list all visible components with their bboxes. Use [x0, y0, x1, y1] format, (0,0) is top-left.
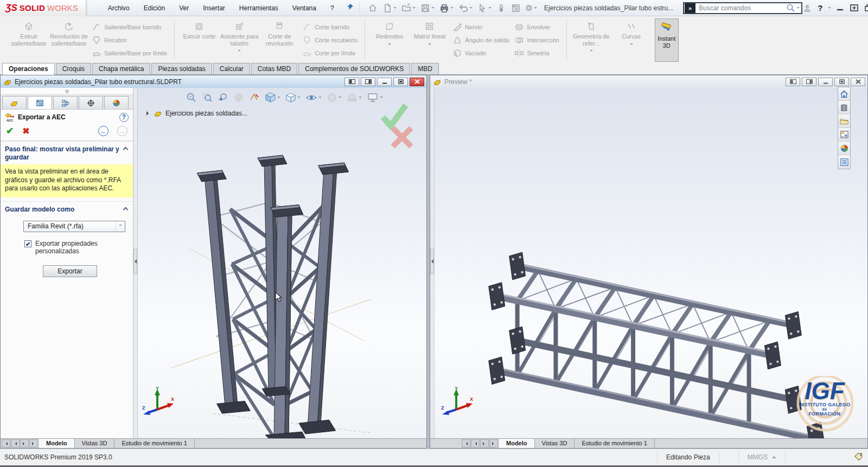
- interseccion-button[interactable]: Intersección: [513, 35, 560, 46]
- feature-tree-flyout[interactable]: Ejercicios piezas soldadas...: [146, 110, 247, 117]
- options-list-icon[interactable]: [509, 2, 522, 14]
- dimxpert-tab[interactable]: [79, 96, 103, 109]
- format-dropdown[interactable]: Familia Revit (*.rfa): [23, 221, 125, 232]
- redondeo-button[interactable]: Redondeo: [369, 18, 410, 62]
- export-button[interactable]: Exportar: [43, 265, 97, 277]
- tab-cotas-mbd[interactable]: Cotas MBD: [251, 63, 297, 74]
- menu-ayuda[interactable]: ?: [324, 2, 341, 15]
- preview-left-splitter[interactable]: [430, 88, 435, 438]
- instant3d-button[interactable]: Instant 3D: [655, 18, 679, 62]
- tab-estudio-movimiento[interactable]: Estudio de movimiento 1: [575, 439, 654, 448]
- propertymanager-tab[interactable]: [28, 96, 52, 109]
- pilar-pane-left-button[interactable]: [344, 78, 359, 86]
- view-orientation-icon[interactable]: [264, 91, 281, 104]
- first-tab-button[interactable]: [2, 439, 10, 447]
- tab-operaciones[interactable]: Operaciones: [2, 63, 55, 75]
- extruir-corte-button[interactable]: Extruir corte: [179, 18, 219, 62]
- prev-tab-button[interactable]: [11, 439, 20, 447]
- units-selector[interactable]: MMGS: [738, 452, 785, 463]
- preview-titlebar[interactable]: Preview *: [430, 75, 867, 88]
- tab-vistas-3d[interactable]: Vistas 3D: [535, 439, 575, 448]
- cascade-windows-icon[interactable]: [865, 4, 868, 11]
- save-icon[interactable]: [419, 2, 436, 14]
- command-search[interactable]: »: [683, 2, 802, 14]
- matriz-lineal-caret[interactable]: [428, 43, 431, 47]
- vaciado-button[interactable]: Vaciado: [451, 48, 510, 59]
- view-palette-icon[interactable]: [838, 128, 850, 142]
- angulo-salida-button[interactable]: Ángulo de salida: [451, 35, 510, 46]
- menu-archivo[interactable]: Archivo: [101, 2, 136, 15]
- geometria-caret[interactable]: [590, 50, 593, 53]
- panel-drag-handle[interactable]: [1, 88, 133, 95]
- taskpane-home-icon[interactable]: [838, 87, 850, 101]
- nervio-button[interactable]: Nervio: [451, 22, 510, 33]
- preview-viewport[interactable]: Y X Z: [435, 88, 867, 438]
- asistente-taladro-button[interactable]: Asistente para taladro: [219, 18, 259, 62]
- tab-mbd[interactable]: MBD: [411, 63, 439, 74]
- cancel-button[interactable]: ✖: [22, 126, 29, 136]
- next-tab-button[interactable]: [20, 439, 29, 447]
- pin-menu-icon[interactable]: [346, 3, 354, 12]
- menu-edicion[interactable]: Edición: [137, 2, 171, 15]
- preview-minimize-button[interactable]: [818, 78, 833, 86]
- panel-help-icon[interactable]: ?: [119, 113, 129, 122]
- previous-step-button[interactable]: ←: [98, 126, 108, 136]
- saliente-limite-button[interactable]: Saliente/Base por límite: [90, 48, 169, 59]
- save-model-group-header[interactable]: Guardar modelo como: [1, 202, 133, 216]
- home-icon[interactable]: [366, 2, 379, 14]
- saliente-barrido-button[interactable]: Saliente/Base barrido: [90, 22, 169, 33]
- search-options-caret[interactable]: [796, 7, 800, 10]
- extruir-saliente-button[interactable]: Extruir saliente/base: [9, 18, 49, 62]
- search-input[interactable]: [695, 4, 786, 12]
- menu-herramientas[interactable]: Herramientas: [233, 2, 285, 15]
- preview-restore-button[interactable]: [834, 78, 849, 86]
- last-tab-button[interactable]: [29, 439, 38, 447]
- redondeo-caret[interactable]: [388, 43, 391, 47]
- format-dropdown-caret[interactable]: [116, 221, 125, 232]
- pilar-pane-right-button[interactable]: [361, 78, 375, 86]
- search-icon[interactable]: [786, 3, 795, 12]
- corte-revolucion-button[interactable]: Corte de revolución: [259, 18, 299, 62]
- simetria-button[interactable]: Simetría: [513, 48, 560, 59]
- tab-chapa-metalica[interactable]: Chapa metálica: [92, 63, 150, 74]
- displaymanager-tab[interactable]: [104, 96, 129, 109]
- tab-calcular[interactable]: Calcular: [213, 63, 250, 74]
- recubrir-button[interactable]: Recubrir: [90, 35, 169, 46]
- open-document-icon[interactable]: [400, 2, 417, 14]
- settings-gear-icon[interactable]: ⚙: [524, 2, 539, 14]
- export-properties-checkbox[interactable]: ✔: [24, 240, 31, 247]
- corte-recubierto-button[interactable]: Corte recubierto: [301, 35, 359, 46]
- prev-tab-button[interactable]: [471, 439, 480, 447]
- pilar-restore-button[interactable]: [393, 78, 408, 86]
- tab-vistas-3d[interactable]: Vistas 3D: [75, 439, 115, 448]
- user-account-icon[interactable]: [802, 3, 812, 13]
- zoom-area-icon[interactable]: [201, 92, 213, 104]
- featuremanager-tab[interactable]: [2, 96, 27, 109]
- magnet-toggle-icon[interactable]: [495, 2, 508, 14]
- curvas-button[interactable]: Curvas: [611, 18, 652, 62]
- undo-icon[interactable]: [457, 2, 474, 14]
- first-tab-button[interactable]: [462, 439, 470, 447]
- design-library-icon[interactable]: [838, 101, 850, 114]
- final-step-group-header[interactable]: Paso final: mostrar vista preliminar y g…: [1, 141, 133, 164]
- new-document-icon[interactable]: [381, 2, 398, 14]
- sketch-annotation-icon[interactable]: [248, 92, 260, 104]
- preview-pane-left-button[interactable]: [786, 78, 800, 86]
- tab-complementos[interactable]: Complementos de SOLIDWORKS: [298, 63, 410, 74]
- search-scope-icon[interactable]: »: [685, 3, 695, 13]
- select-cursor-icon[interactable]: [476, 2, 493, 14]
- asistente-taladro-caret[interactable]: [238, 50, 241, 53]
- pilar-close-button[interactable]: [410, 78, 424, 86]
- hide-show-items-icon[interactable]: [305, 92, 322, 104]
- pilar-minimize-button[interactable]: [377, 78, 392, 86]
- matriz-lineal-button[interactable]: Matriz lineal: [410, 18, 450, 62]
- collapse-group-icon[interactable]: [123, 147, 129, 152]
- confirm-ok-icon[interactable]: [383, 105, 406, 126]
- expand-tree-icon[interactable]: [146, 111, 151, 116]
- pilar-viewport[interactable]: Ejercicios piezas soldadas...: [138, 88, 426, 438]
- collapse-save-group-icon[interactable]: [123, 207, 129, 212]
- file-explorer-icon[interactable]: [838, 114, 850, 128]
- print-icon[interactable]: [438, 2, 455, 14]
- tab-croquis[interactable]: Croquis: [56, 63, 91, 74]
- custom-properties-icon[interactable]: [838, 155, 850, 169]
